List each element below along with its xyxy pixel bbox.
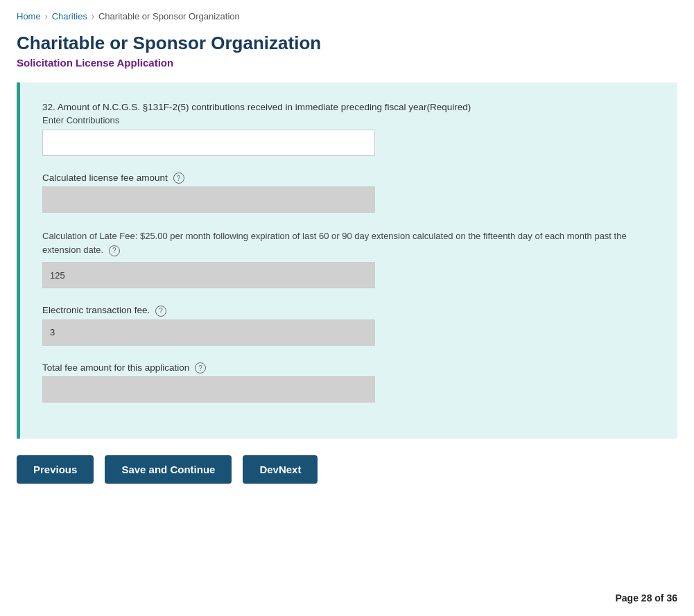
breadcrumb-sep2: ›	[92, 12, 94, 21]
save-continue-button[interactable]: Save and Continue	[105, 455, 232, 484]
field-late-fee: Calculation of Late Fee: $25.00 per mont…	[42, 229, 655, 288]
previous-button[interactable]: Previous	[17, 455, 94, 484]
form-section: 32. Amount of N.C.G.S. §131F-2(5) contri…	[17, 82, 677, 439]
buttons-row: Previous Save and Continue DevNext	[17, 455, 677, 484]
breadcrumb-charities[interactable]: Charities	[52, 11, 87, 21]
field-electronic-fee-label: Electronic transaction fee. ?	[42, 305, 655, 316]
electronic-fee-input	[42, 319, 375, 346]
devnext-button[interactable]: DevNext	[243, 455, 318, 484]
late-fee-input	[42, 262, 375, 288]
field-contributions-label: 32. Amount of N.C.G.S. §131F-2(5) contri…	[42, 102, 655, 112]
total-fee-input	[42, 376, 375, 403]
breadcrumb-home[interactable]: Home	[17, 11, 41, 21]
license-fee-input	[42, 186, 375, 213]
breadcrumb-current: Charitable or Sponsor Organization	[98, 11, 240, 21]
page-title: Charitable or Sponsor Organization	[17, 33, 677, 54]
late-fee-description: Calculation of Late Fee: $25.00 per mont…	[42, 229, 655, 256]
breadcrumb: Home › Charities › Charitable or Sponsor…	[17, 11, 677, 21]
field-contributions: 32. Amount of N.C.G.S. §131F-2(5) contri…	[42, 102, 655, 156]
field-total-fee-label: Total fee amount for this application ?	[42, 362, 655, 373]
field-license-fee-label: Calculated license fee amount ?	[42, 173, 655, 184]
field-license-fee: Calculated license fee amount ?	[42, 173, 655, 213]
contributions-input[interactable]	[42, 130, 375, 156]
page-subtitle: Solicitation License Application	[17, 57, 677, 69]
field-total-fee: Total fee amount for this application ?	[42, 362, 655, 403]
late-fee-help-icon[interactable]: ?	[109, 245, 120, 256]
field-contributions-sublabel: Enter Contributions	[42, 115, 655, 125]
license-fee-help-icon[interactable]: ?	[173, 173, 184, 184]
total-fee-help-icon[interactable]: ?	[195, 362, 206, 373]
electronic-fee-help-icon[interactable]: ?	[155, 306, 166, 317]
field-electronic-fee: Electronic transaction fee. ?	[42, 305, 655, 345]
page-indicator: Page 28 of 36	[616, 592, 678, 604]
breadcrumb-sep1: ›	[45, 12, 48, 21]
